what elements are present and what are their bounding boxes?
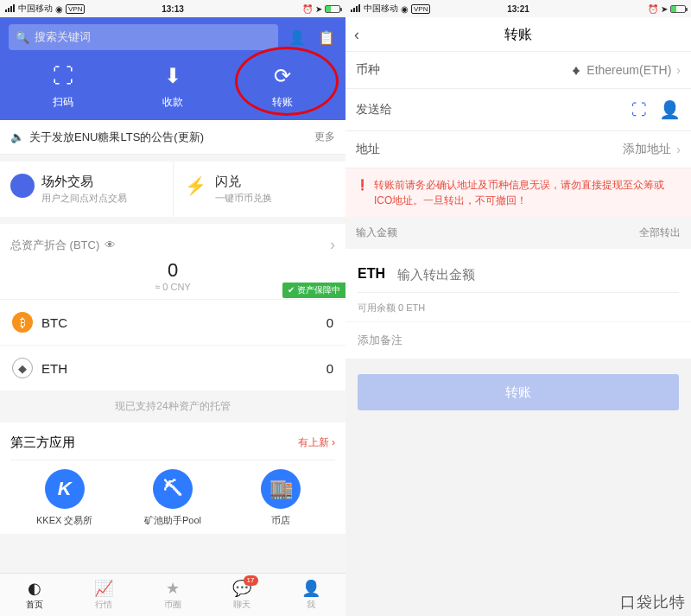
tab-market[interactable]: 📈行情 (69, 574, 138, 616)
chat-badge: 17 (244, 575, 258, 586)
tab-circle[interactable]: ★币圈 (138, 574, 207, 616)
wifi-icon: ◉ (55, 4, 63, 14)
ethereum-icon (569, 63, 583, 77)
receive-icon: ⬇ (118, 64, 228, 88)
eth-icon: ◆ (12, 358, 33, 378)
address-value: 添加地址 (623, 142, 671, 157)
battery-icon (325, 5, 340, 13)
shop-icon: 🏬 (261, 469, 301, 509)
pool-icon: ⛏ (153, 469, 193, 509)
warning-text: 转账前请务必确认地址及币种信息无误，请勿直接提现至众筹或ICO地址。一旦转出，不… (374, 177, 681, 208)
scan-icon[interactable]: ⛶ (631, 101, 647, 119)
app-kkex[interactable]: K KKEX 交易所 (10, 469, 118, 527)
chevron-right-icon: › (676, 143, 681, 156)
status-bar-left: 中国移动 ◉ VPN 13:13 ⏰ ➤ (0, 0, 346, 17)
clipboard-icon[interactable]: 📋 (316, 27, 337, 48)
wifi-icon: ◉ (401, 4, 409, 14)
announcement-more[interactable]: 更多 (314, 130, 335, 144)
coin-row-btc[interactable]: ₿ BTC 0 (0, 299, 346, 345)
search-placeholder: 搜索关键词 (35, 29, 91, 45)
battery-icon (670, 5, 686, 13)
transfer-icon: ⟳ (227, 64, 337, 88)
btc-icon: ₿ (12, 312, 33, 333)
row-address[interactable]: 地址 添加地址 › (346, 131, 691, 168)
amount-input[interactable] (397, 267, 679, 282)
amount-symbol: ETH (358, 266, 385, 282)
alarm-icon: ⏰ (648, 4, 658, 14)
amount-box: ETH 可用余额 0 ETH (346, 249, 691, 321)
card-otc[interactable]: 场外交易 用户之间点对点交易 (0, 162, 174, 217)
warning-banner: ❗ 转账前请务必确认地址及币种信息无误，请勿直接提现至众筹或ICO地址。一旦转出… (346, 168, 691, 217)
search-icon: 🔍 (16, 31, 29, 44)
vpn-badge: VPN (66, 4, 85, 14)
coin-value: Ethereum(ETH) (586, 63, 671, 77)
guarantee-badge: ✔ 资产保障中 (282, 283, 346, 298)
chat-icon: 💬 (207, 579, 276, 598)
announcement-row[interactable]: 🔈 关于发放ENU糖果LTS的公告(更新) 更多 (0, 120, 346, 155)
app-bidian[interactable]: 🏬 币店 (227, 469, 335, 527)
row-coin[interactable]: 币种 Ethereum(ETH) › (346, 52, 691, 89)
vpn-badge: VPN (411, 4, 430, 14)
chart-icon: 📈 (69, 579, 138, 598)
user-icon: 👤 (276, 579, 346, 598)
location-icon: ➤ (315, 4, 322, 14)
chevron-right-icon: › (676, 63, 681, 77)
warning-icon: ❗ (356, 177, 369, 208)
app-pool[interactable]: ⛏ 矿池助手Pool (118, 469, 226, 527)
tab-home[interactable]: ◐首页 (0, 574, 69, 616)
remark-input[interactable]: 添加备注 (346, 321, 691, 359)
search-input[interactable]: 🔍 搜索关键词 (9, 24, 278, 50)
available-balance: 可用余额 0 ETH (358, 302, 679, 314)
transfer-all[interactable]: 全部转出 (639, 225, 681, 240)
nav-header: ‹ 转账 (346, 17, 691, 52)
carrier-label: 中国移动 (364, 3, 398, 15)
card-swap[interactable]: ⚡ 闪兑 一键币币兑换 (174, 162, 346, 217)
tab-me[interactable]: 👤我 (276, 574, 346, 616)
home-icon: ◐ (0, 579, 69, 598)
eye-icon[interactable]: 👁 (105, 238, 116, 251)
star-icon: ★ (138, 579, 207, 598)
total-label: 总资产折合 (BTC) (10, 238, 99, 253)
status-time: 13:13 (162, 4, 184, 14)
tab-bar: ◐首页 📈行情 ★币圈 💬17聊天 👤我 (0, 573, 346, 616)
phone-left: 中国移动 ◉ VPN 13:13 ⏰ ➤ 🔍 搜索关键词 👤 📋 (0, 0, 346, 616)
announcement-text: 关于发放ENU糖果LTS的公告(更新) (29, 130, 204, 145)
kkex-icon: K (45, 469, 85, 509)
otc-icon (10, 174, 35, 198)
signal-icon (351, 4, 361, 14)
status-time: 13:21 (507, 4, 529, 14)
coin-row-eth[interactable]: ◆ ETH 0 (0, 345, 346, 391)
watermark: 口袋比特 (620, 592, 686, 613)
total-amount: 0 (10, 259, 335, 282)
carrier-label: 中国移动 (18, 3, 53, 15)
contact-icon[interactable]: 👤 (659, 99, 681, 120)
swap-icon: ⚡ (184, 174, 208, 198)
phone-right: 中国移动 ◉ VPN 13:21 ⏰ ➤ ‹ 转账 币种 Ethereum(ET… (346, 0, 691, 616)
transfer-button[interactable]: 转账 (358, 374, 679, 410)
third-party-section: 第三方应用 有上新 › K KKEX 交易所 ⛏ 矿池助手Pool 🏬 币店 (0, 422, 346, 534)
contacts-icon[interactable]: 👤 (287, 27, 307, 48)
row-send-to[interactable]: 发送给 ⛶ 👤 (346, 89, 691, 131)
action-transfer[interactable]: ⟳ 转账 (227, 55, 337, 120)
speaker-icon: 🔈 (10, 130, 24, 143)
action-receive[interactable]: ⬇ 收款 (118, 55, 228, 120)
third-party-new[interactable]: 有上新 › (298, 435, 335, 450)
alarm-icon: ⏰ (302, 4, 313, 14)
amount-header: 输入金额 全部转出 (346, 217, 691, 249)
tab-chat[interactable]: 💬17聊天 (207, 574, 276, 616)
total-assets[interactable]: 总资产折合 (BTC) 👁 › 0 ≈ 0 CNY ✔ 资产保障中 (0, 224, 346, 299)
support-note: 现已支持24种资产的托管 (0, 391, 346, 422)
header-left: 🔍 搜索关键词 👤 📋 ⛶ 扫码 ⬇ 收款 ⟳ 转账 (0, 17, 346, 120)
back-button[interactable]: ‹ (354, 17, 359, 52)
status-bar-right: 中国移动 ◉ VPN 13:21 ⏰ ➤ (346, 0, 691, 17)
signal-icon (5, 4, 16, 14)
third-party-title: 第三方应用 (10, 435, 75, 451)
page-title: 转账 (504, 27, 532, 41)
location-icon: ➤ (661, 4, 668, 14)
chevron-right-icon: › (330, 236, 335, 254)
scan-icon: ⛶ (9, 64, 118, 88)
action-scan[interactable]: ⛶ 扫码 (9, 55, 118, 120)
